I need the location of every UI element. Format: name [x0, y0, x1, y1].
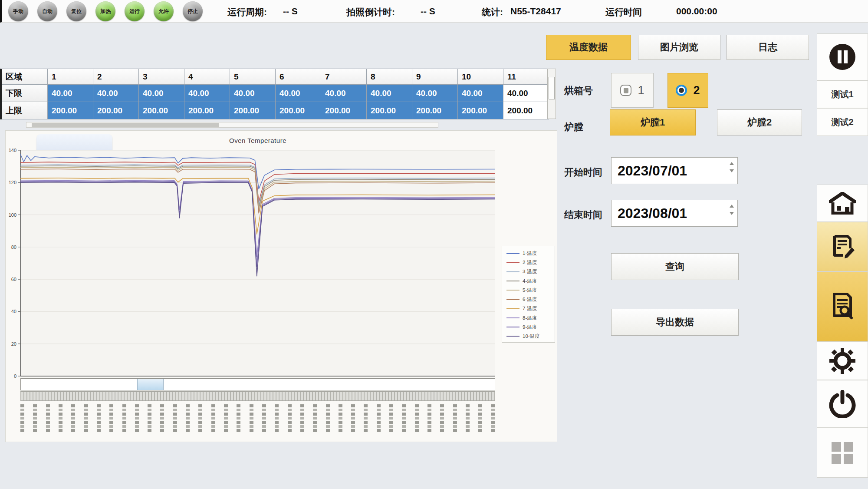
status-lamp-2[interactable]: 自动	[37, 1, 57, 21]
table-cell[interactable]: 40.00	[458, 85, 503, 102]
x-axis-timestamp-label	[186, 404, 190, 439]
table-col-header-7[interactable]: 7	[321, 69, 367, 85]
legend-entry: 8-温度	[506, 315, 552, 321]
table-col-header-6[interactable]: 6	[276, 69, 321, 85]
x-axis-timestamp-label	[33, 404, 37, 439]
table-cell[interactable]: 200.00	[184, 102, 230, 119]
apps-grid-button[interactable]	[817, 428, 868, 478]
x-axis-timestamp-label	[491, 404, 495, 439]
table-cell[interactable]: 40.00	[276, 85, 321, 102]
tab-log[interactable]: 日志	[727, 35, 809, 60]
pause-icon	[828, 43, 857, 71]
svg-text:80: 80	[11, 244, 16, 250]
tab-image-browse[interactable]: 图片浏览	[638, 35, 720, 60]
gear-icon	[829, 348, 855, 374]
query-record-button[interactable]	[817, 271, 868, 342]
chart-time-scroll-thumb[interactable]	[137, 379, 164, 390]
x-axis-timestamp-label	[275, 404, 279, 439]
table-cell[interactable]: 200.00	[139, 102, 184, 119]
status-lamp-1[interactable]: 手动	[8, 1, 28, 21]
table-col-header-5[interactable]: 5	[230, 69, 276, 85]
chart-time-scrollbar[interactable]	[20, 378, 495, 390]
legend-entry: 9-温度	[506, 324, 552, 330]
status-lamp-4[interactable]: 加热	[95, 1, 115, 21]
status-lamp-5[interactable]: 运行	[125, 1, 145, 21]
export-data-button[interactable]: 导出数据	[611, 309, 739, 336]
table-horizontal-scrollbar[interactable]	[26, 122, 438, 128]
table-corner-header: 区域	[2, 69, 48, 85]
table-vscroll-thumb[interactable]	[549, 77, 555, 99]
table-col-header-9[interactable]: 9	[412, 69, 458, 85]
table-cell[interactable]: 200.00	[276, 102, 321, 119]
chart-x-axis-labels	[20, 404, 495, 439]
date-spinner-icon[interactable]	[730, 162, 734, 172]
edit-record-button[interactable]	[817, 222, 868, 271]
end-date-input[interactable]: 2023/08/01	[611, 200, 738, 227]
date-spinner-icon[interactable]	[730, 205, 734, 215]
status-lamp-7[interactable]: 停止	[183, 1, 203, 21]
svg-text:40: 40	[11, 309, 16, 314]
table-vertical-scrollbar[interactable]	[547, 69, 556, 119]
pause-button[interactable]	[817, 33, 868, 80]
table-col-header-10[interactable]: 10	[458, 69, 503, 85]
table-cell[interactable]: 200.00	[412, 102, 458, 119]
table-cell[interactable]: 40.00	[184, 85, 230, 102]
table-cell[interactable]: 200.00	[367, 102, 412, 119]
table-cell[interactable]: 200.00	[321, 102, 367, 119]
x-axis-timestamp-label	[453, 404, 457, 439]
home-icon	[829, 192, 856, 215]
x-axis-timestamp-label	[440, 404, 444, 439]
legend-entry: 1-温度	[506, 250, 552, 257]
x-axis-timestamp-label	[71, 404, 75, 439]
table-col-header-8[interactable]: 8	[367, 69, 412, 85]
power-icon	[829, 390, 856, 418]
table-col-header-11[interactable]: 11	[503, 69, 549, 85]
chamber-1-button[interactable]: 炉膛1	[610, 109, 696, 135]
legend-entry: 4-温度	[506, 278, 552, 284]
search-document-icon	[828, 291, 857, 322]
x-axis-timestamp-label	[173, 404, 177, 439]
start-date-input[interactable]: 2023/07/01	[611, 157, 738, 184]
query-button[interactable]: 查询	[611, 253, 739, 280]
table-cell[interactable]: 200.00	[503, 102, 549, 119]
table-cell[interactable]: 40.00	[412, 85, 458, 102]
table-cell[interactable]: 200.00	[48, 102, 93, 119]
x-axis-timestamp-label	[160, 404, 164, 439]
table-cell[interactable]: 40.00	[48, 85, 93, 102]
table-cell[interactable]: 40.00	[139, 85, 184, 102]
legend-entry: 2-温度	[506, 259, 552, 266]
status-lamp-6[interactable]: 允许	[154, 1, 174, 21]
home-button[interactable]	[817, 185, 868, 222]
table-cell[interactable]: 40.00	[93, 85, 139, 102]
table-col-header-3[interactable]: 3	[139, 69, 184, 85]
oven-option-2[interactable]: 2	[667, 73, 708, 108]
x-axis-timestamp-label	[148, 404, 151, 439]
legend-entry: 7-温度	[506, 305, 552, 312]
table-cell[interactable]: 40.00	[503, 85, 549, 102]
settings-button[interactable]	[817, 342, 868, 380]
table-cell[interactable]: 200.00	[93, 102, 139, 119]
svg-text:100: 100	[9, 212, 16, 218]
table-col-header-1[interactable]: 1	[48, 69, 93, 85]
test1-button[interactable]: 测试1	[817, 80, 868, 108]
table-cell[interactable]: 40.00	[321, 85, 367, 102]
x-axis-timestamp-label	[377, 404, 381, 439]
table-col-header-2[interactable]: 2	[93, 69, 139, 85]
x-axis-timestamp-label	[250, 404, 253, 439]
photo-countdown-label: 拍照倒计时:	[346, 6, 395, 18]
photo-countdown-value: -- S	[421, 6, 435, 17]
status-lamp-3[interactable]: 复位	[66, 1, 86, 21]
table-cell[interactable]: 200.00	[230, 102, 276, 119]
table-cell[interactable]: 40.00	[367, 85, 412, 102]
table-hscroll-thumb[interactable]	[32, 123, 219, 127]
oven-option-1[interactable]: 1	[611, 73, 654, 108]
table-cell[interactable]: 200.00	[458, 102, 503, 119]
grid-icon	[830, 440, 855, 466]
tab-temperature-data[interactable]: 温度数据	[546, 35, 631, 60]
table-col-header-4[interactable]: 4	[184, 69, 230, 85]
x-axis-timestamp-label	[326, 404, 330, 439]
table-cell[interactable]: 40.00	[230, 85, 276, 102]
chamber-2-button[interactable]: 炉膛2	[717, 109, 802, 135]
test2-button[interactable]: 测试2	[817, 108, 868, 136]
power-button[interactable]	[817, 380, 868, 428]
